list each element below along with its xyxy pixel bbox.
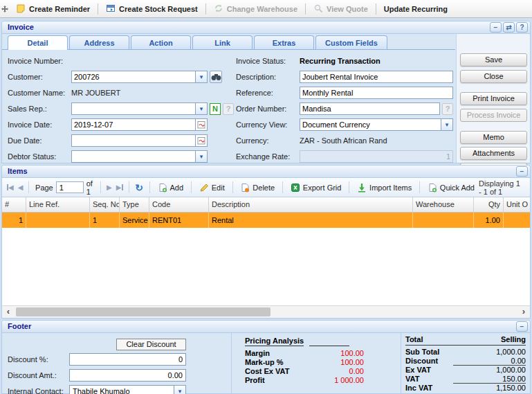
binoculars-icon (211, 73, 221, 81)
tab-detail[interactable]: Detail (8, 35, 68, 50)
create-stock-request-button[interactable]: Create Stock Request (100, 1, 204, 17)
discount-amt-input[interactable] (69, 369, 186, 382)
import-items-button[interactable]: Import Items (353, 183, 416, 192)
sub-total-value: 1,000.00 (453, 348, 526, 357)
close-button[interactable]: Close (460, 70, 527, 83)
sales-rep-new-button[interactable]: N (210, 103, 221, 115)
reference-input[interactable] (300, 87, 453, 99)
excel-icon (291, 183, 300, 192)
minimize-icon[interactable]: − (516, 166, 528, 177)
margin-value: 100.00 (295, 349, 364, 358)
page-input[interactable] (56, 181, 84, 193)
refresh-grid-icon[interactable]: ↻ (132, 182, 146, 193)
page-of-label: of 1 (86, 179, 95, 196)
debtor-status-label: Debtor Status: (8, 152, 71, 161)
column-header-unit[interactable]: Unit O (504, 197, 530, 212)
sticky-note-icon (16, 3, 26, 15)
chevron-down-icon[interactable] (196, 102, 208, 115)
create-reminder-button[interactable]: Create Reminder (10, 1, 96, 17)
sales-rep-input[interactable] (71, 102, 196, 115)
quick-add-button[interactable]: Quick Add (423, 183, 479, 192)
tab-link[interactable]: Link (192, 35, 253, 49)
exchange-rate-label: Exchange Rate: (236, 152, 300, 161)
internal-contact-label: Internal Contact: (8, 387, 64, 394)
clear-discount-button[interactable]: Clear Discount (116, 339, 186, 350)
internal-contact-input[interactable] (69, 385, 174, 394)
tab-custom-fields[interactable]: Custom Fields (315, 35, 387, 49)
discount-pct-input[interactable] (69, 353, 186, 366)
items-panel-header: Items − (2, 165, 530, 178)
exchange-rate-input (300, 150, 453, 163)
cell-unit (504, 213, 530, 228)
pricing-analysis-rule (309, 338, 349, 346)
next-page-button[interactable]: ▶ (104, 183, 114, 191)
minimize-icon[interactable]: − (490, 22, 502, 33)
toolbar-item-label: View Quote (327, 5, 368, 13)
due-date-input[interactable] (71, 134, 196, 147)
invoice-date-input[interactable] (71, 118, 196, 131)
column-header-type[interactable]: Type (120, 197, 149, 212)
tab-extras[interactable]: Extras (254, 35, 314, 49)
save-button[interactable]: Save (460, 53, 527, 66)
export-grid-button[interactable]: Export Grid (286, 183, 346, 192)
column-header-num[interactable]: # (2, 197, 26, 212)
toolbar-item-label: Create Stock Request (119, 5, 198, 13)
discount-label: Discount (405, 357, 438, 366)
column-header-line-ref[interactable]: Line Ref. (26, 197, 90, 212)
refresh-icon[interactable]: ⇄ (503, 22, 515, 33)
items-grid-header: # Line Ref. Seq. No. Type Code Descripti… (2, 197, 530, 213)
invoice-status-value: Recurring Transaction (300, 57, 380, 65)
column-header-warehouse[interactable]: Warehouse (413, 197, 474, 212)
calendar-icon[interactable] (196, 134, 208, 147)
column-header-seq-no[interactable]: Seq. No. (90, 197, 120, 212)
toolbar-separator (349, 181, 349, 193)
invoice-status-label: Invoice Status: (236, 57, 300, 65)
pricing-analysis-title: Pricing Analysis (245, 337, 304, 346)
footer-panel-header: Footer − (2, 321, 530, 333)
description-input[interactable] (300, 71, 453, 83)
chevron-down-icon[interactable] (441, 118, 453, 131)
cell-type: Service (120, 213, 149, 228)
update-recurring-button[interactable]: Update Recurring (378, 1, 454, 17)
markup-label: Mark-up % (245, 358, 284, 367)
chevron-down-icon[interactable] (196, 71, 208, 83)
chevron-down-icon[interactable] (196, 150, 208, 163)
pencil-icon (199, 183, 209, 192)
customer-input[interactable] (71, 71, 196, 83)
order-number-input[interactable] (300, 102, 440, 115)
totals-column-header: Selling (501, 335, 526, 343)
chevron-down-icon[interactable] (174, 385, 186, 394)
reference-label: Reference: (236, 89, 300, 97)
cell-warehouse (413, 213, 474, 228)
scroll-left-icon[interactable]: ‹ (2, 306, 15, 318)
delete-item-button[interactable]: Delete (236, 183, 279, 192)
add-item-button[interactable]: Add (154, 183, 188, 192)
minimize-icon[interactable]: − (516, 321, 528, 332)
memo-button[interactable]: Memo (460, 131, 527, 144)
toolbar-separator (191, 181, 192, 193)
tab-address[interactable]: Address (69, 35, 129, 49)
print-invoice-button[interactable]: Print Invoice (460, 92, 527, 105)
magnifier-icon (313, 3, 323, 15)
ex-vat-label: Ex VAT (405, 366, 431, 375)
calendar-icon[interactable] (196, 118, 208, 131)
edit-item-button[interactable]: Edit (195, 183, 229, 192)
toolbar-separator (376, 3, 376, 15)
column-header-description[interactable]: Description (209, 197, 413, 212)
scroll-right-icon[interactable]: › (517, 306, 530, 318)
debtor-status-input[interactable] (71, 150, 196, 163)
totals-section: Total Selling Sub Total 1,000.00 Discoun… (405, 335, 526, 393)
column-header-code[interactable]: Code (149, 197, 209, 212)
tab-action[interactable]: Action (131, 35, 191, 49)
first-page-button[interactable]: ◀ (5, 183, 16, 191)
table-row[interactable]: 1 1 Service RENT01 Rental 1.00 (2, 213, 530, 228)
column-header-qty[interactable]: Qty (474, 197, 504, 212)
customer-lookup-button[interactable] (210, 71, 222, 83)
horizontal-scrollbar[interactable]: ‹ › (2, 305, 530, 318)
last-page-button[interactable]: ▶ (114, 183, 125, 191)
attachments-button[interactable]: Attachments (460, 147, 527, 160)
currency-view-input[interactable] (300, 118, 441, 131)
help-icon[interactable]: ? (516, 22, 528, 33)
scrollbar-thumb[interactable] (16, 307, 270, 316)
prev-page-button[interactable]: ◀ (16, 183, 26, 191)
